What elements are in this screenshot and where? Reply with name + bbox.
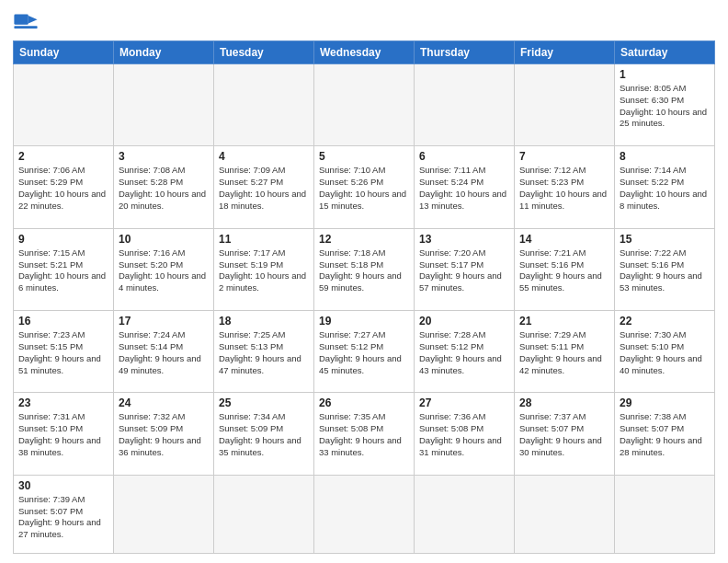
- calendar-cell: 2Sunrise: 7:06 AM Sunset: 5:29 PM Daylig…: [14, 146, 114, 228]
- calendar-cell: 7Sunrise: 7:12 AM Sunset: 5:23 PM Daylig…: [515, 146, 615, 228]
- day-info: Sunrise: 7:32 AM Sunset: 5:09 PM Dayligh…: [119, 411, 209, 458]
- day-info: Sunrise: 8:05 AM Sunset: 6:30 PM Dayligh…: [620, 83, 710, 130]
- day-info: Sunrise: 7:22 AM Sunset: 5:16 PM Dayligh…: [620, 247, 710, 294]
- day-info: Sunrise: 7:34 AM Sunset: 5:09 PM Dayligh…: [219, 411, 309, 458]
- weekday-header-monday: Monday: [114, 41, 214, 64]
- calendar-cell: [515, 475, 615, 553]
- day-number: 6: [419, 150, 509, 163]
- calendar-cell: [314, 64, 415, 146]
- day-number: 7: [519, 150, 609, 163]
- day-number: 22: [620, 315, 710, 327]
- calendar-cell: 11Sunrise: 7:17 AM Sunset: 5:19 PM Dayli…: [214, 228, 314, 310]
- calendar-cell: 12Sunrise: 7:18 AM Sunset: 5:18 PM Dayli…: [314, 228, 415, 310]
- calendar-week-row: 2Sunrise: 7:06 AM Sunset: 5:29 PM Daylig…: [14, 146, 715, 228]
- svg-marker-1: [28, 16, 38, 23]
- day-info: Sunrise: 7:10 AM Sunset: 5:26 PM Dayligh…: [319, 165, 409, 212]
- day-info: Sunrise: 7:29 AM Sunset: 5:11 PM Dayligh…: [519, 329, 609, 376]
- weekday-header-row: SundayMondayTuesdayWednesdayThursdayFrid…: [14, 41, 715, 64]
- day-number: 28: [519, 396, 609, 409]
- day-info: Sunrise: 7:09 AM Sunset: 5:27 PM Dayligh…: [219, 165, 309, 212]
- calendar-cell: 22Sunrise: 7:30 AM Sunset: 5:10 PM Dayli…: [615, 311, 715, 393]
- day-number: 20: [419, 315, 509, 327]
- calendar-cell: 19Sunrise: 7:27 AM Sunset: 5:12 PM Dayli…: [314, 311, 415, 393]
- logo: [13, 9, 42, 35]
- day-number: 16: [18, 315, 108, 327]
- weekday-header-thursday: Thursday: [415, 41, 515, 64]
- calendar-cell: 1Sunrise: 8:05 AM Sunset: 6:30 PM Daylig…: [615, 64, 715, 146]
- calendar-cell: 15Sunrise: 7:22 AM Sunset: 5:16 PM Dayli…: [615, 228, 715, 310]
- day-number: 15: [620, 233, 710, 246]
- header: [13, 9, 715, 35]
- day-info: Sunrise: 7:08 AM Sunset: 5:28 PM Dayligh…: [119, 165, 209, 212]
- calendar-week-row: 9Sunrise: 7:15 AM Sunset: 5:21 PM Daylig…: [14, 228, 715, 310]
- day-info: Sunrise: 7:14 AM Sunset: 5:22 PM Dayligh…: [620, 165, 710, 212]
- weekday-header-tuesday: Tuesday: [214, 41, 314, 64]
- calendar-cell: 21Sunrise: 7:29 AM Sunset: 5:11 PM Dayli…: [515, 311, 615, 393]
- calendar-cell: 30Sunrise: 7:39 AM Sunset: 5:07 PM Dayli…: [14, 475, 114, 553]
- calendar-cell: 13Sunrise: 7:20 AM Sunset: 5:17 PM Dayli…: [415, 228, 515, 310]
- day-info: Sunrise: 7:25 AM Sunset: 5:13 PM Dayligh…: [219, 329, 309, 376]
- generalblue-logo-icon: [13, 9, 39, 35]
- day-number: 29: [620, 396, 710, 409]
- day-number: 12: [319, 233, 409, 246]
- calendar-cell: [415, 64, 515, 146]
- weekday-header-sunday: Sunday: [14, 41, 114, 64]
- day-number: 1: [620, 68, 710, 81]
- calendar-cell: 3Sunrise: 7:08 AM Sunset: 5:28 PM Daylig…: [114, 146, 214, 228]
- day-number: 24: [119, 396, 209, 409]
- calendar-cell: [114, 475, 214, 553]
- calendar-cell: 17Sunrise: 7:24 AM Sunset: 5:14 PM Dayli…: [114, 311, 214, 393]
- day-info: Sunrise: 7:37 AM Sunset: 5:07 PM Dayligh…: [519, 411, 609, 458]
- weekday-header-saturday: Saturday: [615, 41, 715, 64]
- day-info: Sunrise: 7:18 AM Sunset: 5:18 PM Dayligh…: [319, 247, 409, 294]
- calendar-cell: [214, 64, 314, 146]
- calendar-cell: 18Sunrise: 7:25 AM Sunset: 5:13 PM Dayli…: [214, 311, 314, 393]
- calendar-cell: 20Sunrise: 7:28 AM Sunset: 5:12 PM Dayli…: [415, 311, 515, 393]
- day-info: Sunrise: 7:11 AM Sunset: 5:24 PM Dayligh…: [419, 165, 509, 212]
- calendar-cell: [114, 64, 214, 146]
- calendar-cell: 9Sunrise: 7:15 AM Sunset: 5:21 PM Daylig…: [14, 228, 114, 310]
- day-number: 11: [219, 233, 309, 246]
- day-number: 5: [319, 150, 409, 163]
- day-info: Sunrise: 7:35 AM Sunset: 5:08 PM Dayligh…: [319, 411, 409, 458]
- calendar-cell: 14Sunrise: 7:21 AM Sunset: 5:16 PM Dayli…: [515, 228, 615, 310]
- day-info: Sunrise: 7:27 AM Sunset: 5:12 PM Dayligh…: [319, 329, 409, 376]
- calendar-cell: 29Sunrise: 7:38 AM Sunset: 5:07 PM Dayli…: [615, 393, 715, 475]
- day-info: Sunrise: 7:38 AM Sunset: 5:07 PM Dayligh…: [620, 411, 710, 458]
- day-number: 25: [219, 396, 309, 409]
- weekday-header-friday: Friday: [515, 41, 615, 64]
- calendar-week-row: 23Sunrise: 7:31 AM Sunset: 5:10 PM Dayli…: [14, 393, 715, 475]
- calendar-cell: 6Sunrise: 7:11 AM Sunset: 5:24 PM Daylig…: [415, 146, 515, 228]
- calendar-cell: 16Sunrise: 7:23 AM Sunset: 5:15 PM Dayli…: [14, 311, 114, 393]
- day-number: 27: [419, 396, 509, 409]
- day-number: 18: [219, 315, 309, 327]
- day-info: Sunrise: 7:23 AM Sunset: 5:15 PM Dayligh…: [18, 329, 108, 376]
- calendar-week-row: 1Sunrise: 8:05 AM Sunset: 6:30 PM Daylig…: [14, 64, 715, 146]
- day-info: Sunrise: 7:17 AM Sunset: 5:19 PM Dayligh…: [219, 247, 309, 294]
- calendar-cell: 28Sunrise: 7:37 AM Sunset: 5:07 PM Dayli…: [515, 393, 615, 475]
- day-number: 19: [319, 315, 409, 327]
- day-info: Sunrise: 7:30 AM Sunset: 5:10 PM Dayligh…: [620, 329, 710, 376]
- calendar-cell: 8Sunrise: 7:14 AM Sunset: 5:22 PM Daylig…: [615, 146, 715, 228]
- calendar-cell: [415, 475, 515, 553]
- day-number: 17: [119, 315, 209, 327]
- calendar-cell: 24Sunrise: 7:32 AM Sunset: 5:09 PM Dayli…: [114, 393, 214, 475]
- day-number: 21: [519, 315, 609, 327]
- day-number: 2: [18, 150, 108, 163]
- page: SundayMondayTuesdayWednesdayThursdayFrid…: [0, 0, 728, 563]
- day-info: Sunrise: 7:39 AM Sunset: 5:07 PM Dayligh…: [18, 494, 108, 541]
- day-number: 23: [18, 396, 108, 409]
- calendar: SundayMondayTuesdayWednesdayThursdayFrid…: [13, 40, 715, 554]
- calendar-cell: [214, 475, 314, 553]
- svg-rect-0: [14, 15, 28, 25]
- calendar-cell: [515, 64, 615, 146]
- day-number: 10: [119, 233, 209, 246]
- day-number: 3: [119, 150, 209, 163]
- day-info: Sunrise: 7:31 AM Sunset: 5:10 PM Dayligh…: [18, 411, 108, 458]
- calendar-cell: [14, 64, 114, 146]
- day-info: Sunrise: 7:12 AM Sunset: 5:23 PM Dayligh…: [519, 165, 609, 212]
- calendar-week-row: 16Sunrise: 7:23 AM Sunset: 5:15 PM Dayli…: [14, 311, 715, 393]
- day-info: Sunrise: 7:15 AM Sunset: 5:21 PM Dayligh…: [18, 247, 108, 294]
- calendar-cell: 5Sunrise: 7:10 AM Sunset: 5:26 PM Daylig…: [314, 146, 415, 228]
- day-number: 26: [319, 396, 409, 409]
